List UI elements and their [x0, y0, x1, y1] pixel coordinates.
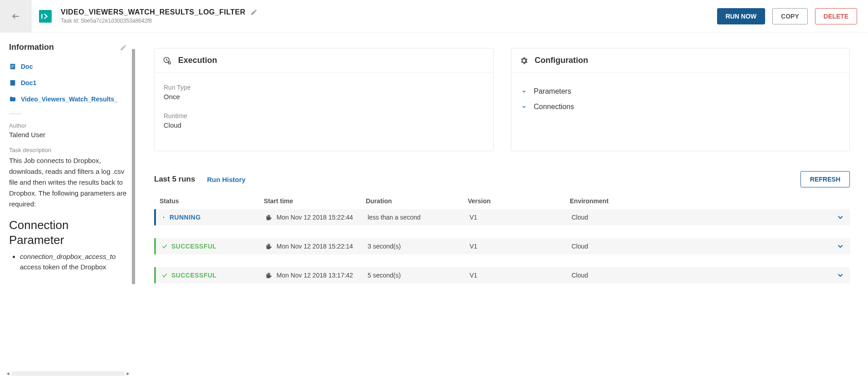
- runtime-label: Runtime: [164, 112, 484, 120]
- copy-button[interactable]: COPY: [772, 8, 808, 24]
- execution-card: Execution Run Type Once Runtime Cloud: [154, 48, 494, 151]
- app-logo: [32, 10, 59, 23]
- run-type-value: Once: [164, 93, 484, 100]
- run-type-label: Run Type: [164, 84, 484, 91]
- col-version: Version: [468, 197, 570, 205]
- config-item-connections[interactable]: Connections: [520, 99, 841, 115]
- refresh-button[interactable]: REFRESH: [800, 171, 850, 187]
- status-text: RUNNING: [170, 214, 201, 221]
- sidebar-item-doc[interactable]: Doc: [9, 58, 127, 75]
- header-title-area: VIDEO_VIEWERS_WATCH_RESULTS_LOG_FILTER T…: [59, 8, 717, 24]
- runs-title: Last 5 runs: [154, 175, 195, 184]
- configuration-heading: Configuration: [535, 56, 588, 65]
- configuration-card: Configuration Parameters Connections: [511, 48, 850, 151]
- run-row[interactable]: SUCCESSFUL Mon Nov 12 2018 15:22:14 3 se…: [154, 238, 850, 254]
- folder-icon: [9, 96, 16, 103]
- header-actions: RUN NOW COPY DELETE: [717, 8, 868, 24]
- svg-rect-2: [11, 65, 15, 66]
- config-item-parameters[interactable]: Parameters: [520, 84, 841, 99]
- hand-icon: [266, 243, 272, 249]
- scroll-left-icon[interactable]: ◄: [5, 371, 10, 376]
- sidebar-scrollbar[interactable]: [132, 49, 135, 284]
- col-start: Start time: [264, 197, 366, 205]
- desc-label: Task description: [9, 147, 127, 153]
- chevron-down-icon[interactable]: [836, 271, 844, 279]
- duration-text: less than a second: [368, 214, 470, 221]
- duration-text: 3 second(s): [368, 243, 470, 250]
- runs-table-header: Status Start time Duration Version Envir…: [154, 193, 850, 209]
- task-id: Task Id: 5be5a7c2e1d300353a8642f8: [61, 18, 717, 24]
- chevron-down-icon: [521, 89, 527, 94]
- delete-button[interactable]: DELETE: [815, 8, 857, 24]
- check-icon: [161, 272, 168, 278]
- execution-heading: Execution: [178, 56, 217, 65]
- header-bar: VIDEO_VIEWERS_WATCH_RESULTS_LOG_FILTER T…: [0, 0, 868, 33]
- svg-rect-4: [11, 67, 13, 68]
- chevron-down-icon[interactable]: [836, 242, 844, 250]
- svg-point-7: [163, 217, 165, 218]
- sidebar-hscroll[interactable]: ◄ ►: [5, 370, 131, 377]
- chevron-down-icon[interactable]: [836, 213, 844, 221]
- scroll-right-icon[interactable]: ►: [126, 371, 131, 376]
- svg-point-6: [169, 62, 171, 64]
- pipeline-icon: [41, 13, 49, 19]
- spinner-icon: [161, 215, 166, 220]
- version-text: V1: [470, 272, 572, 279]
- connection-heading: Connection Parameter: [9, 218, 127, 247]
- author-value: Talend User: [9, 131, 127, 139]
- task-title: VIDEO_VIEWERS_WATCH_RESULTS_LOG_FILTER: [61, 8, 246, 16]
- runs-section: Last 5 runs Run History REFRESH Status S…: [154, 171, 850, 283]
- run-history-link[interactable]: Run History: [207, 176, 246, 183]
- hand-icon: [266, 214, 272, 220]
- arrow-left-icon: [11, 12, 20, 21]
- run-row[interactable]: RUNNING Mon Nov 12 2018 15:22:44 less th…: [154, 209, 850, 225]
- back-button[interactable]: [0, 0, 32, 33]
- gear-icon: [519, 56, 529, 65]
- sidebar-item-label: Doc: [21, 63, 33, 70]
- sidebar-item-label: Doc1: [21, 79, 36, 86]
- param-item: connection_dropbox_access_to access toke…: [20, 252, 127, 272]
- duration-text: 5 second(s): [368, 272, 470, 279]
- start-text: Mon Nov 12 2018 15:22:14: [276, 243, 353, 250]
- version-text: V1: [470, 243, 572, 250]
- start-text: Mon Nov 12 2018 15:22:44: [276, 214, 353, 221]
- svg-rect-3: [11, 66, 15, 67]
- env-text: Cloud: [572, 272, 822, 279]
- env-text: Cloud: [572, 243, 822, 250]
- config-item-label: Parameters: [534, 87, 572, 96]
- desc-text: This Job connects to Dropbox, downloads,…: [9, 155, 127, 210]
- start-text: Mon Nov 12 2018 13:17:42: [276, 272, 353, 279]
- col-status: Status: [160, 197, 264, 205]
- sidebar-separator: [9, 114, 22, 114]
- chevron-down-icon: [521, 104, 527, 110]
- doc-icon: [9, 63, 16, 70]
- book-icon: [9, 79, 16, 86]
- check-icon: [161, 243, 168, 249]
- pencil-icon[interactable]: [250, 9, 257, 16]
- pencil-icon[interactable]: [120, 44, 127, 51]
- version-text: V1: [470, 214, 572, 221]
- author-label: Author: [9, 122, 127, 129]
- clock-gear-icon: [163, 56, 172, 65]
- col-env: Environment: [570, 197, 822, 205]
- env-text: Cloud: [572, 214, 822, 221]
- hand-icon: [266, 272, 272, 278]
- main-content: Execution Run Type Once Runtime Cloud Co…: [136, 33, 868, 378]
- sidebar-item-folder[interactable]: Video_Viewers_Watch_Results_: [9, 91, 127, 107]
- run-now-button[interactable]: RUN NOW: [717, 8, 765, 24]
- run-row[interactable]: SUCCESSFUL Mon Nov 12 2018 13:17:42 5 se…: [154, 267, 850, 283]
- col-duration: Duration: [366, 197, 468, 205]
- sidebar-item-label: Video_Viewers_Watch_Results_: [21, 96, 118, 103]
- status-text: SUCCESSFUL: [171, 272, 217, 279]
- sidebar-item-doc1[interactable]: Doc1: [9, 75, 127, 91]
- sidebar: Information Doc Doc1 Video_Viewers_Watch…: [0, 33, 136, 378]
- runtime-value: Cloud: [164, 121, 484, 129]
- sidebar-heading: Information: [9, 43, 54, 52]
- config-item-label: Connections: [534, 103, 574, 111]
- status-text: SUCCESSFUL: [171, 243, 217, 250]
